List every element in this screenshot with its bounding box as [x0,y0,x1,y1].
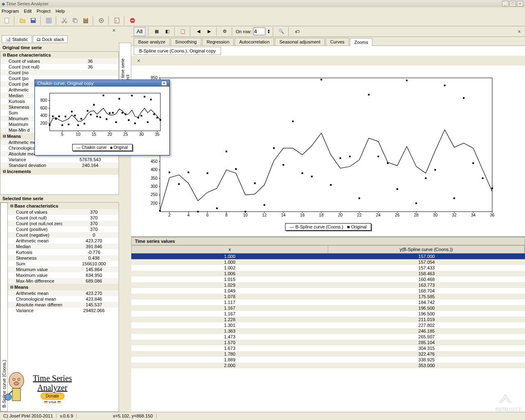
table-row[interactable]: 1.780322.476 [131,351,525,357]
svg-rect-90 [235,168,237,170]
table-row[interactable]: 1.000157.000 [131,253,525,259]
tab-zooms[interactable]: Zooms [350,38,373,46]
chaikin-float-window[interactable]: Chaikin curve, Original copy × 200400600… [34,80,170,155]
stop-icon[interactable] [128,16,137,25]
table-row[interactable]: 1.301227.802 [131,322,525,328]
stat-group-header[interactable]: Base characteristics [8,203,119,209]
tab-seasonal-adjusment[interactable]: Seasonal adjusment [275,38,325,46]
svg-text:10: 10 [243,213,248,217]
table-row[interactable]: 1.015160.468 [131,276,525,282]
minimize-button[interactable]: _ [502,1,509,7]
pdf-icon[interactable]: P [112,16,121,25]
table-title: Time series values [131,237,525,245]
tab-regression[interactable]: Regression [202,38,234,46]
table-row[interactable]: 1.167196.500 [131,311,525,317]
table-row[interactable]: 1.570285.104 [131,340,525,345]
tab-autocorrelation[interactable]: Autocorrelation [235,38,274,46]
donate-button[interactable]: Donate [41,393,64,399]
table-row[interactable]: 1.383246.185 [131,328,525,334]
svg-rect-108 [406,80,408,81]
svg-rect-100 [330,184,332,186]
svg-point-15 [100,20,102,21]
stat-group-header[interactable]: Increments [0,168,119,175]
open-icon[interactable] [18,16,27,25]
svg-text:35: 35 [155,132,160,137]
svg-rect-3 [46,18,51,23]
stat-row: Minumum value145.864 [8,267,119,272]
svg-text:P: P [116,20,117,22]
new-icon[interactable] [2,16,11,25]
menu-project[interactable]: Project [37,9,50,14]
sub-tab-bspline[interactable]: B-Spline curve (Coons.), Original copy [134,47,221,55]
sub-close-icon[interactable]: × [516,28,523,35]
close-button[interactable]: × [517,1,523,7]
table-row[interactable]: 1.167196.500 [131,305,525,311]
svg-rect-170 [141,115,142,116]
maximize-button[interactable]: □ [509,1,516,7]
svg-rect-84 [178,183,180,185]
main-chart[interactable]: 2002503003504004505009502468101214161820… [131,66,525,236]
tb-gear-icon[interactable]: ⚙ [220,27,229,36]
table-row[interactable]: 1.002157.433 [131,265,525,271]
table-row[interactable]: 1.117184.742 [131,299,525,305]
table-row[interactable]: 1.228211.019 [131,317,525,322]
menu-help[interactable]: Help [55,9,65,14]
table-row[interactable]: 2.000353.000 [131,363,525,368]
tab-statistic[interactable]: 📊 Statistic [2,35,32,43]
svg-rect-96 [292,121,294,122]
tab-base-analyze[interactable]: Base analyze [134,38,170,46]
menu-program[interactable]: Program [2,9,19,14]
table-row[interactable]: 1.673304.315 [131,345,525,351]
stat-row: Count (negative)0 [8,232,119,238]
stat-row: Sum156610.000 [8,261,119,267]
table-row[interactable]: 1.889338.925 [131,357,525,363]
table-row[interactable]: 1.049168.704 [131,288,525,294]
tb-copy-icon[interactable]: 📋 [178,27,187,36]
svg-text:8: 8 [225,213,228,217]
table-row[interactable]: 1.000157.054 [131,259,525,265]
tab-curves[interactable]: Curves [326,38,349,46]
chart-close-icon[interactable]: × [135,57,142,64]
cut-icon[interactable] [60,16,69,25]
float-close-icon[interactable]: × [161,81,167,86]
table-row[interactable]: 1.006158.463 [131,271,525,276]
copy-icon[interactable] [71,16,80,25]
svg-rect-151 [80,118,82,120]
menu-edit[interactable]: Edit [24,9,32,14]
selected-serie-header: Selected time serie [0,195,119,202]
tb-right-icon[interactable]: ▶ [205,27,214,36]
settings-icon[interactable] [97,16,106,25]
svg-rect-118 [50,93,160,131]
table-row[interactable]: 1.029163.773 [131,282,525,288]
status-coords: x=5.102, y=868.150 [110,413,156,418]
table-row[interactable]: 1.473265.507 [131,334,525,340]
table-body[interactable]: 1.000157.0001.000157.0541.002157.4331.00… [131,253,525,412]
tb-icon-1[interactable]: ▦ [152,27,161,36]
svg-text:5: 5 [61,132,64,137]
svg-text:450: 450 [151,159,158,164]
tb-tag-icon[interactable]: 🏷 [292,27,301,36]
stat-row: Count (not null,not zerc370 [8,221,119,226]
tab-dock-stack[interactable]: 🗂 Dock stack [33,35,68,43]
svg-rect-114 [463,97,465,99]
all-button[interactable]: All [134,27,146,36]
paste-icon[interactable] [81,16,90,25]
tb-icon-2[interactable]: ◧ [163,27,172,36]
statusbar: C) Josef Pirkl 2010-2011 v.0.6.9 x=5.102… [0,412,525,419]
svg-text:36: 36 [490,213,495,217]
on-row-input[interactable] [253,27,265,35]
svg-text:24: 24 [376,213,381,217]
tb-left-icon[interactable]: ◀ [194,27,203,36]
table-row[interactable]: 1.078175.585 [131,294,525,299]
tab-smoothing[interactable]: Smoothing [171,38,201,46]
save-icon[interactable] [29,16,38,25]
tb-zoom-icon[interactable]: 🔍 [277,27,286,36]
svg-rect-158 [103,95,104,96]
grid-icon[interactable] [44,16,53,25]
svg-rect-93 [264,204,265,206]
stat-group-header[interactable]: Means [8,284,119,290]
panel-close-icon[interactable]: × [111,27,117,34]
svg-point-20 [9,372,24,389]
stat-group-header[interactable]: Base characteristics [0,52,119,58]
svg-rect-107 [397,188,398,190]
